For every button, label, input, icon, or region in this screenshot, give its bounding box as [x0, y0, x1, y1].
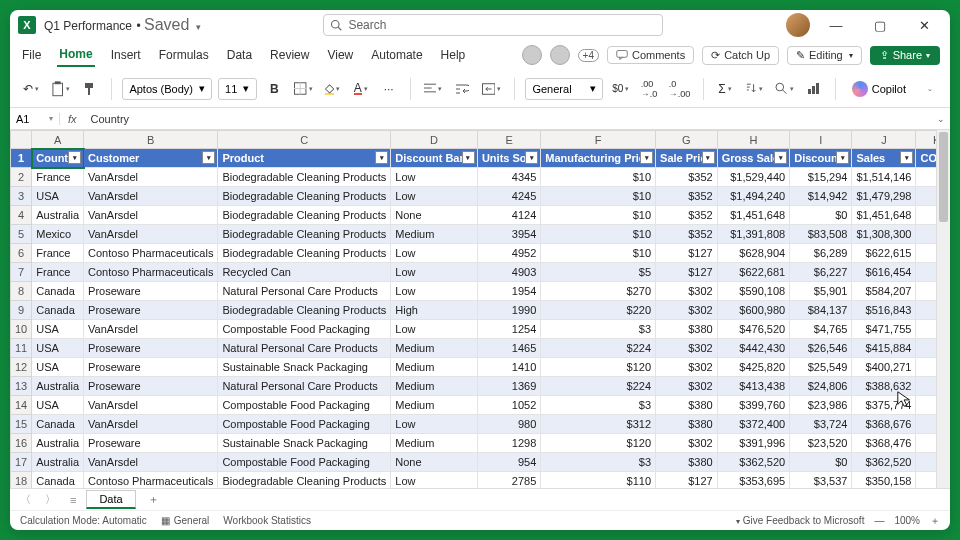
close-button[interactable]: ✕ — [906, 11, 942, 39]
cell[interactable]: Natural Personal Care Products — [218, 339, 391, 358]
table-header-cell[interactable]: Manufacturing Price▾ — [541, 149, 656, 168]
cell[interactable]: VanArsdel — [84, 396, 218, 415]
cell[interactable]: USA — [32, 358, 84, 377]
cell[interactable]: Biodegradable Cleaning Products — [218, 168, 391, 187]
cell[interactable]: $83,508 — [790, 225, 852, 244]
cell[interactable]: Low — [391, 244, 478, 263]
copilot-button[interactable]: Copilot — [846, 79, 912, 99]
tab-list-button[interactable]: ≡ — [66, 494, 80, 506]
wrap-text-button[interactable] — [451, 77, 473, 101]
filter-button[interactable]: ▾ — [525, 151, 538, 164]
cell[interactable]: $302 — [656, 358, 718, 377]
cell[interactable]: $224 — [541, 377, 656, 396]
cell[interactable]: $ — [916, 472, 936, 489]
sort-filter-button[interactable]: ▾ — [742, 77, 766, 101]
align-left-button[interactable]: ▾ — [421, 77, 445, 101]
font-size-select[interactable]: 11▾ — [218, 78, 257, 100]
status-general[interactable]: ▦General — [161, 515, 210, 526]
cell[interactable]: Australia — [32, 453, 84, 472]
cell[interactable]: Australia — [32, 434, 84, 453]
cell[interactable]: $362,520 — [852, 453, 916, 472]
select-all-corner[interactable] — [11, 131, 32, 149]
cell[interactable]: $302 — [656, 301, 718, 320]
decrease-decimal-button[interactable]: .00→.0 — [638, 77, 660, 101]
row-header-13[interactable]: 13 — [11, 377, 32, 396]
cell[interactable]: $471,755 — [852, 320, 916, 339]
fx-icon[interactable]: fx — [60, 113, 85, 125]
row-header-11[interactable]: 11 — [11, 339, 32, 358]
row-header-7[interactable]: 7 — [11, 263, 32, 282]
cell[interactable]: VanArsdel — [84, 320, 218, 339]
cell[interactable]: $ — [916, 187, 936, 206]
cell[interactable]: Compostable Food Packaging — [218, 415, 391, 434]
filter-button[interactable]: ▾ — [640, 151, 653, 164]
cell[interactable]: $476,520 — [717, 320, 790, 339]
cell[interactable]: 1954 — [477, 282, 540, 301]
cell[interactable]: 3954 — [477, 225, 540, 244]
fill-color-button[interactable]: ◇▾ — [322, 77, 344, 101]
cell[interactable]: $1 — [916, 358, 936, 377]
document-title[interactable]: Q1 Performance • Saved ▾ — [44, 16, 201, 34]
cell[interactable]: $368,476 — [852, 434, 916, 453]
cell[interactable]: $590,108 — [717, 282, 790, 301]
cell[interactable]: $0 — [790, 453, 852, 472]
menu-home[interactable]: Home — [57, 43, 94, 67]
cell[interactable]: Proseware — [84, 377, 218, 396]
cell[interactable]: Australia — [32, 377, 84, 396]
cell[interactable]: $380 — [656, 396, 718, 415]
cell[interactable]: $224 — [541, 339, 656, 358]
cell[interactable]: Biodegradable Cleaning Products — [218, 187, 391, 206]
cell[interactable]: $352 — [656, 206, 718, 225]
cell[interactable]: $127 — [656, 472, 718, 489]
cell[interactable]: $ — [916, 377, 936, 396]
sheet-tab-data[interactable]: Data — [86, 490, 135, 509]
cell[interactable]: $6,289 — [790, 244, 852, 263]
cell[interactable]: $0 — [790, 206, 852, 225]
col-header-A[interactable]: A — [32, 131, 84, 149]
filter-button[interactable]: ▾ — [375, 151, 388, 164]
cell[interactable]: USA — [32, 339, 84, 358]
cell[interactable]: Canada — [32, 472, 84, 489]
cell[interactable]: $380 — [656, 453, 718, 472]
cell[interactable]: VanArsdel — [84, 168, 218, 187]
cell[interactable]: $23,986 — [790, 396, 852, 415]
cell[interactable]: $5,901 — [790, 282, 852, 301]
formula-input[interactable]: Country — [85, 113, 932, 125]
cell[interactable]: $10 — [541, 206, 656, 225]
cell[interactable]: Contoso Pharmaceuticals — [84, 244, 218, 263]
cell[interactable]: $10 — [541, 225, 656, 244]
cell[interactable]: 4952 — [477, 244, 540, 263]
cell[interactable] — [916, 453, 936, 472]
cell[interactable]: $1,308,300 — [852, 225, 916, 244]
number-format-select[interactable]: General▾ — [525, 78, 603, 100]
menu-insert[interactable]: Insert — [109, 44, 143, 66]
cell[interactable]: $1,451,648 — [717, 206, 790, 225]
cell[interactable]: $616,454 — [852, 263, 916, 282]
row-header-9[interactable]: 9 — [11, 301, 32, 320]
cell[interactable]: $120 — [541, 434, 656, 453]
cell[interactable]: Medium — [391, 434, 478, 453]
cell[interactable]: $442,430 — [717, 339, 790, 358]
cell[interactable]: Compostable Food Packaging — [218, 396, 391, 415]
cell[interactable]: $600,980 — [717, 301, 790, 320]
cell[interactable]: VanArsdel — [84, 206, 218, 225]
col-header-J[interactable]: J — [852, 131, 916, 149]
currency-button[interactable]: $0▾ — [609, 77, 632, 101]
col-header-I[interactable]: I — [790, 131, 852, 149]
cell[interactable]: Medium — [391, 225, 478, 244]
col-header-K[interactable]: K — [916, 131, 936, 149]
cell[interactable]: $ — [916, 244, 936, 263]
cell[interactable]: 1052 — [477, 396, 540, 415]
row-header-4[interactable]: 4 — [11, 206, 32, 225]
cell[interactable]: Medium — [391, 339, 478, 358]
tab-prev-button[interactable]: 〈 — [16, 492, 35, 507]
comments-button[interactable]: Comments — [607, 46, 694, 64]
merge-button[interactable]: ▾ — [479, 77, 504, 101]
cell[interactable]: France — [32, 244, 84, 263]
cell[interactable]: $400,271 — [852, 358, 916, 377]
more-collaborators[interactable]: +4 — [578, 49, 599, 62]
cell[interactable]: $622,615 — [852, 244, 916, 263]
analyze-data-button[interactable] — [803, 77, 825, 101]
cell[interactable]: $1,451,648 — [852, 206, 916, 225]
cell[interactable]: $10 — [541, 168, 656, 187]
